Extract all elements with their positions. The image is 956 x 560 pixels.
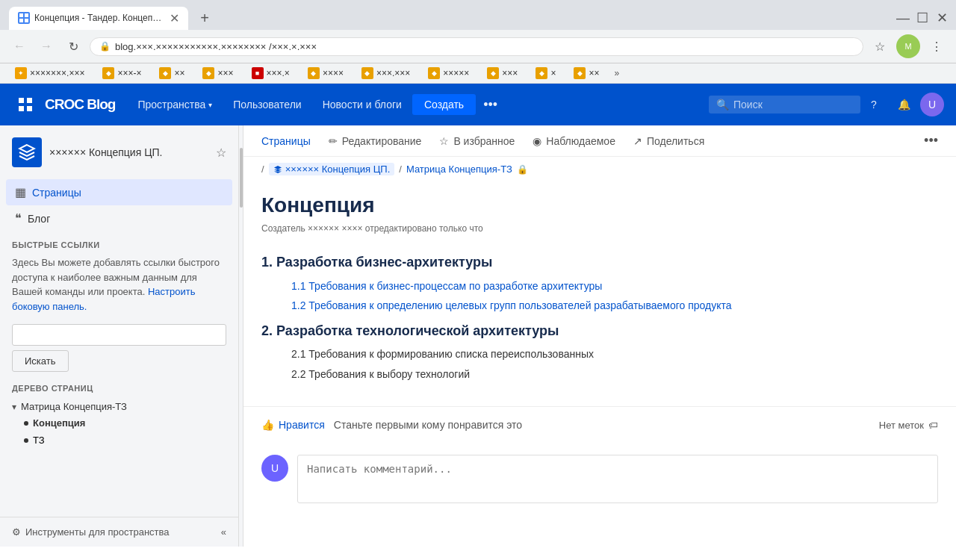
nav-spaces[interactable]: Пространства ▾: [127, 84, 223, 125]
breadcrumb-divider: /: [399, 164, 402, 175]
star-icon: ☆: [439, 135, 449, 147]
section-link-1-1[interactable]: 1.1 Требования к бизнес-процессам по раз…: [291, 278, 938, 294]
grid-menu-button[interactable]: [12, 91, 39, 118]
page-tree: ДЕРЕВО СТРАНИЦ ▾ Матрица Концепция-ТЗ Ко…: [0, 378, 238, 455]
profile-button[interactable]: M: [896, 34, 920, 58]
breadcrumb-space-link[interactable]: ×××××× Концепция ЦП.: [269, 163, 395, 175]
tree-parent-item[interactable]: ▾ Матрица Концепция-ТЗ: [12, 399, 226, 414]
toolbar-right: ☆ M ⋮: [869, 34, 947, 58]
svg-rect-7: [27, 106, 32, 111]
watching-action[interactable]: ◉ Наблюдаемое: [533, 135, 615, 147]
content-toolbar: Страницы ✏ Редактирование ☆ В избранное …: [243, 125, 956, 157]
nav-search[interactable]: 🔍: [709, 96, 860, 113]
tools-collapse-icon: «: [221, 526, 226, 538]
tree-title: ДЕРЕВО СТРАНИЦ: [12, 384, 226, 393]
bookmark-item[interactable]: ◆ ××: [153, 66, 190, 81]
create-button[interactable]: Создать: [412, 94, 476, 115]
comment-input[interactable]: [298, 455, 937, 500]
help-button[interactable]: ?: [860, 91, 887, 118]
space-star-button[interactable]: ☆: [216, 146, 226, 160]
maximize-button[interactable]: ☐: [917, 13, 928, 23]
bookmark-item[interactable]: ✦ ×××××××.×××: [9, 66, 90, 81]
sidebar-search-button[interactable]: Искать: [12, 350, 69, 372]
forward-button[interactable]: →: [36, 36, 57, 57]
back-button[interactable]: ←: [9, 36, 30, 57]
section-1: Разработка бизнес-архитектуры 1.1 Требов…: [276, 252, 938, 314]
tools-icon: ⚙: [12, 526, 21, 538]
notifications-button[interactable]: 🔔: [890, 91, 917, 118]
sidebar-search-input[interactable]: [12, 324, 226, 346]
address-bar[interactable]: 🔒 blog.×××.×××××××××××.×××××××× /×××.×.×…: [90, 37, 863, 56]
share-icon: ↗: [633, 135, 642, 147]
lock-icon: 🔒: [99, 41, 111, 52]
tree-child-tz[interactable]: ТЗ: [12, 432, 226, 449]
no-tags-label: Нет меток: [879, 420, 924, 431]
browser-chrome: Концепция - Тандер. Концепц... ✕ + — ☐ ✕…: [0, 0, 956, 84]
section-2: Разработка технологической архитектуры 2…: [276, 320, 938, 383]
pages-icon: ▦: [15, 185, 26, 199]
minimize-button[interactable]: —: [898, 13, 908, 23]
bookmark-item[interactable]: ◆ ×××: [481, 66, 524, 81]
user-avatar[interactable]: U: [920, 93, 944, 116]
sidebar-scrollbar[interactable]: [239, 125, 243, 547]
nav-more-button[interactable]: •••: [476, 97, 505, 113]
tree-child-concept[interactable]: Концепция: [12, 414, 226, 432]
section-link-1-2[interactable]: 1.2 Требования к определению целевых гру…: [291, 297, 938, 314]
bookmark-star-button[interactable]: ☆: [869, 36, 890, 57]
comment-input-wrapper: [297, 455, 938, 503]
svg-rect-5: [27, 98, 32, 103]
tags-area: Нет меток 🏷: [879, 420, 938, 431]
page-content: Концепция Создатель ×××××× ×××× отредакт…: [243, 181, 956, 406]
tree-chevron-icon: ▾: [12, 402, 16, 412]
sidebar-search-area: Искать: [0, 318, 238, 378]
svg-rect-4: [19, 98, 24, 103]
sections-list: Разработка бизнес-архитектуры 1.1 Требов…: [261, 252, 938, 382]
tab-favicon: [18, 12, 30, 24]
edit-action[interactable]: ✏ Редактирование: [329, 135, 422, 147]
address-text: blog.×××.×××××××××××.×××××××× /×××.×.×××: [115, 41, 854, 52]
breadcrumb: / ×××××× Концепция ЦП. / Матрица Концепц…: [243, 157, 956, 181]
main-layout: ×××××× Концепция ЦП. ☆ ▦ Страницы ❝ Блог…: [0, 125, 956, 547]
share-action[interactable]: ↗ Поделиться: [633, 135, 704, 147]
content-more-button[interactable]: •••: [924, 133, 938, 149]
sidebar-header: ×××××× Концепция ЦП. ☆: [0, 125, 238, 179]
like-button[interactable]: 👍 Нравится: [261, 419, 325, 431]
bookmark-item[interactable]: ◆ ××: [568, 66, 605, 81]
browser-menu-button[interactable]: ⋮: [926, 36, 947, 57]
bookmark-item[interactable]: ◆ ×××××: [422, 66, 475, 81]
new-tab-button[interactable]: +: [194, 7, 215, 28]
search-input[interactable]: [733, 99, 853, 111]
app-logo[interactable]: CROC Blog: [39, 96, 127, 113]
bookmarks-overflow[interactable]: »: [614, 68, 619, 78]
space-tools-button[interactable]: ⚙ Инструменты для пространства «: [0, 517, 238, 547]
tab-close-button[interactable]: ✕: [170, 11, 179, 25]
eye-icon: ◉: [533, 135, 541, 147]
bookmark-item[interactable]: ◆ ××××: [302, 66, 350, 81]
svg-rect-1: [25, 13, 28, 17]
bookmark-item[interactable]: ◆ ×××: [196, 66, 239, 81]
favorite-action[interactable]: ☆ В избранное: [439, 135, 515, 147]
nav-news[interactable]: Новости и блоги: [312, 84, 412, 125]
top-nav: CROC Blog Пространства ▾ Пользователи Но…: [0, 84, 956, 125]
browser-tab[interactable]: Концепция - Тандер. Концепц... ✕: [9, 7, 188, 30]
tree-bullet-icon: [24, 421, 28, 426]
nav-users[interactable]: Пользователи: [223, 84, 311, 125]
breadcrumb-page-link[interactable]: Матрица Концепция-ТЗ: [406, 164, 512, 175]
bookmark-item[interactable]: ◆ ×: [530, 66, 562, 81]
reload-button[interactable]: ↻: [63, 36, 84, 57]
comment-area: U: [243, 443, 956, 515]
quick-links-title: БЫСТРЫЕ ССЫЛКИ: [12, 240, 226, 249]
bookmark-item[interactable]: ■ ×××.×: [246, 66, 296, 81]
pages-breadcrumb-link[interactable]: Страницы: [261, 135, 311, 147]
bookmark-item[interactable]: ◆ ×××.×××: [356, 66, 416, 81]
sidebar-item-pages[interactable]: ▦ Страницы: [6, 179, 232, 205]
section-item-2-2: 2.2 Требования к выбору технологий: [291, 366, 938, 382]
browser-toolbar: ← → ↻ 🔒 blog.×××.×××××××××××.×××××××× /×…: [0, 30, 956, 63]
close-button[interactable]: ✕: [937, 13, 947, 23]
page-meta: Создатель ×××××× ×××× отредактировано то…: [261, 223, 938, 234]
sidebar-item-blog[interactable]: ❝ Блог: [6, 205, 232, 231]
logo-text: CROC Blog: [45, 96, 115, 113]
bookmarks-bar: ✦ ×××××××.××× ◆ ×××-× ◆ ×× ◆ ××× ■ ×××.×…: [0, 63, 956, 84]
section-item-2-1: 2.1 Требования к формированию списка пер…: [291, 346, 938, 362]
bookmark-item[interactable]: ◆ ×××-×: [96, 66, 147, 81]
